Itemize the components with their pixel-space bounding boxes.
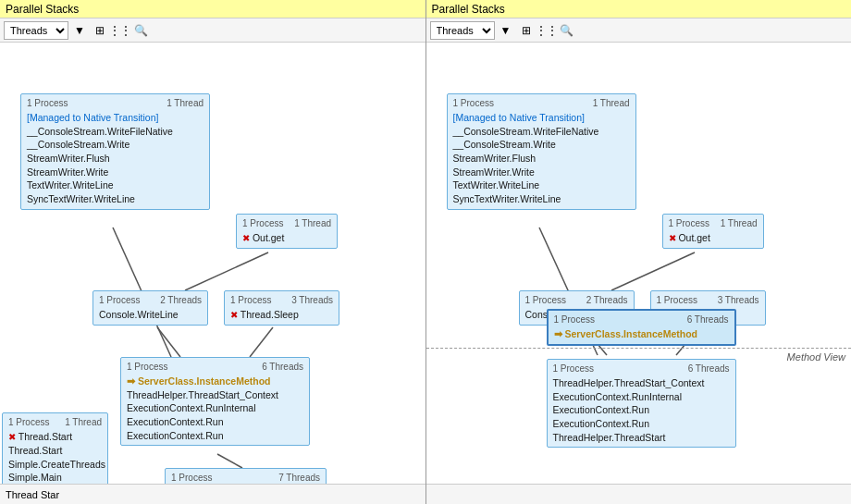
svg-line-3 bbox=[250, 327, 273, 357]
svg-line-5 bbox=[217, 454, 242, 468]
left-node-4[interactable]: 1 Process 3 Threads ✖ Thread.Sleep bbox=[224, 290, 339, 326]
thread-icon-n4: ✖ bbox=[230, 310, 238, 320]
right-node-1[interactable]: 1 Process 1 Thread [Managed to Native Tr… bbox=[447, 93, 636, 210]
left-toolbar: Threads ▼ ⊞ ⋮⋮ 🔍 bbox=[0, 18, 426, 43]
method-view-separator bbox=[426, 348, 852, 349]
left-node-1[interactable]: 1 Process 1 Thread [Managed to Native Tr… bbox=[20, 93, 210, 210]
svg-line-2 bbox=[157, 327, 180, 357]
left-panel-title: Parallel Stacks bbox=[0, 0, 426, 18]
right-threads-dropdown[interactable]: Threads bbox=[430, 21, 495, 40]
right-node-5-bottom[interactable]: 1 Process 6 Threads ThreadHelper.ThreadS… bbox=[547, 359, 736, 448]
left-threads-dropdown[interactable]: Threads bbox=[4, 21, 68, 40]
right-status-bar bbox=[426, 484, 852, 504]
left-filter-btn[interactable]: ▼ bbox=[70, 21, 89, 40]
right-node-5-top[interactable]: 1 Process 6 Threads ➡ ServerClass.Instan… bbox=[547, 309, 736, 346]
thread-icon-n7: ✖ bbox=[8, 432, 16, 442]
left-node-3[interactable]: 1 Process 2 Threads Console.WriteLine bbox=[92, 290, 208, 326]
thread-icon-n2: ✖ bbox=[242, 233, 250, 243]
left-node-6[interactable]: 1 Process 7 Threads ✖ ThreadHelper.Threa… bbox=[165, 468, 327, 484]
left-search-btn[interactable]: 🔍 bbox=[131, 21, 150, 40]
left-status-bar: Thread Star bbox=[0, 484, 426, 504]
right-view2-btn[interactable]: ⋮⋮ bbox=[537, 21, 556, 40]
thread-icon-rn2: ✖ bbox=[669, 233, 676, 243]
svg-line-4 bbox=[185, 252, 268, 290]
left-view2-btn[interactable]: ⋮⋮ bbox=[111, 21, 130, 40]
main-container: Parallel Stacks Threads ▼ ⊞ ⋮⋮ 🔍 bbox=[0, 0, 851, 504]
right-search-btn[interactable]: 🔍 bbox=[558, 21, 576, 40]
right-panel: Parallel Stacks Threads ▼ ⊞ ⋮⋮ 🔍 bbox=[426, 0, 852, 504]
right-node-2[interactable]: 1 Process 1 Thread ✖ Out.get bbox=[662, 214, 764, 249]
left-node-2[interactable]: 1 Process 1 Thread ✖ Out.get bbox=[236, 214, 338, 249]
method-view-label: Method View bbox=[787, 351, 845, 363]
right-view1-btn[interactable]: ⊞ bbox=[517, 21, 536, 40]
thread-star-label: Thread Star bbox=[6, 489, 59, 500]
right-panel-title: Parallel Stacks bbox=[426, 0, 852, 18]
left-node-7[interactable]: 1 Process 1 Thread ✖ Thread.Start Thread… bbox=[2, 412, 108, 484]
left-panel: Parallel Stacks Threads ▼ ⊞ ⋮⋮ 🔍 bbox=[0, 0, 426, 504]
svg-line-10 bbox=[611, 252, 695, 290]
right-diagram: Method View 1 Process 1 Thread [Managed … bbox=[426, 43, 852, 484]
left-view1-btn[interactable]: ⊞ bbox=[91, 21, 109, 40]
left-node-5[interactable]: 1 Process 6 Threads ➡ ServerClass.Instan… bbox=[120, 357, 310, 446]
right-toolbar: Threads ▼ ⊞ ⋮⋮ 🔍 bbox=[426, 18, 852, 43]
right-filter-btn[interactable]: ▼ bbox=[497, 21, 515, 40]
left-diagram: 1 Process 1 Thread [Managed to Native Tr… bbox=[0, 43, 426, 484]
